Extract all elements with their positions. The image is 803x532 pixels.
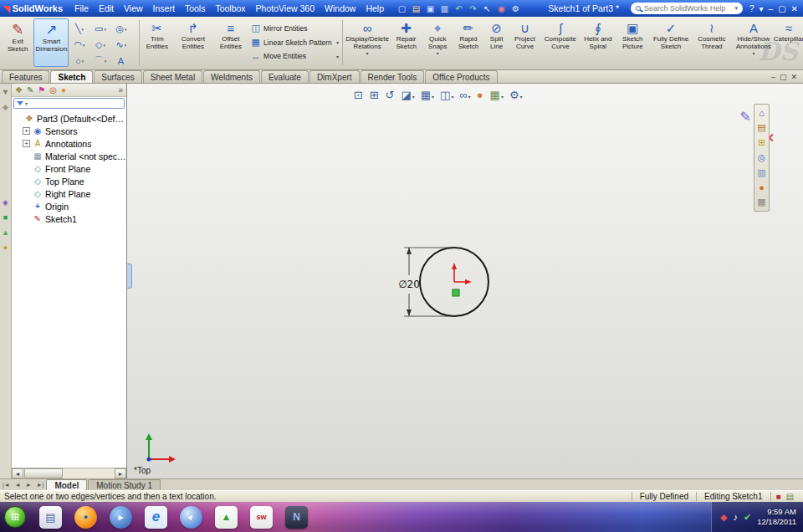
doc-restore-button[interactable]: ▢ [780, 73, 787, 81]
propertymanager-tab-icon[interactable]: ✎ [27, 85, 33, 95]
commandmanager-tab[interactable]: Evaluate [261, 70, 309, 83]
zoom-area-icon[interactable]: ⊞ [368, 88, 381, 102]
ribbon-button[interactable]: ⊘ Split Line [484, 18, 509, 67]
hide-show-items-icon[interactable]: ∞ ▾ [458, 88, 472, 102]
scroll-right-icon[interactable]: ► [115, 468, 126, 478]
commandmanager-tab[interactable]: Render Tools [361, 70, 425, 83]
dropdown-arrow-icon[interactable]: ▾ [366, 51, 369, 57]
dropdown-arrow-icon[interactable]: ▾ [125, 43, 127, 48]
sketch-entity-button[interactable]: A [110, 53, 131, 69]
feature-tree-item[interactable]: + ◉ Sensors [12, 125, 126, 137]
custom-properties-icon[interactable]: ▦ [757, 197, 765, 207]
expand-toggle[interactable]: + [23, 127, 30, 135]
volume-icon[interactable]: ♪ [733, 512, 738, 523]
menu-item[interactable]: Edit [94, 3, 119, 14]
media-player-icon[interactable]: ▸ [110, 506, 132, 529]
docked-toolbar-icon[interactable]: ◆ [3, 103, 8, 111]
open-document-icon[interactable]: ▤ [410, 4, 422, 13]
select-icon[interactable]: ↖ [481, 4, 494, 13]
sketch-entity-button[interactable]: ◇ ▾ [90, 37, 110, 53]
menu-item[interactable]: Window [320, 3, 361, 14]
dropdown-arrow-icon[interactable]: ▾ [82, 27, 84, 32]
docked-toolbar-icon[interactable]: ▲ [2, 228, 9, 237]
feature-tree-item[interactable]: ◇ Right Plane [12, 187, 126, 200]
feature-tree-item[interactable]: + A Annotations [12, 137, 126, 150]
ribbon-button[interactable]: ∞ Display/Delete Relations ▾ [345, 18, 390, 67]
start-button[interactable]: ⊞ [4, 506, 26, 528]
image-viewer-icon[interactable]: ▲ [215, 506, 238, 529]
doc-close-button[interactable]: ✕ [790, 73, 797, 81]
expand-toggle[interactable] [14, 115, 22, 122]
tree-filter-box[interactable]: ▾ [13, 98, 125, 109]
commandmanager-tab[interactable]: Weldments [203, 70, 260, 83]
save-icon[interactable]: ▣ [424, 4, 437, 13]
close-button[interactable]: ✕ [791, 4, 798, 13]
feature-tree-item[interactable]: ❖ Part3 (Default<<Default>_Disp... [12, 112, 126, 125]
commandmanager-tab[interactable]: DimXpert [309, 70, 360, 83]
search-input[interactable] [644, 4, 731, 13]
filter-dropdown-arrow-icon[interactable]: ▾ [25, 100, 28, 106]
dropdown-arrow-icon[interactable]: ▾ [336, 39, 340, 45]
rebuild-icon[interactable]: ◉ [495, 4, 508, 13]
expand-toggle[interactable] [23, 152, 30, 160]
ribbon-button[interactable]: ∮ Helix and Spiral [580, 18, 616, 67]
sketch-entity-button[interactable]: ▭ ▾ [90, 21, 110, 37]
docked-toolbar-icon[interactable]: ■ [3, 213, 8, 222]
dropdown-arrow-icon[interactable]: ▾ [437, 51, 439, 57]
commandmanager-tab[interactable]: Surfaces [94, 70, 141, 83]
zoom-fit-icon[interactable]: ⊡ [352, 88, 366, 102]
sketch-point[interactable] [453, 289, 459, 296]
graphics-area[interactable]: ⊡ ⊞ ↺ ◪ ▾ [127, 84, 803, 478]
tab-nav-arrow-icon[interactable]: ►| [34, 482, 47, 488]
feature-tree-item[interactable]: ▦ Material <not specified> [12, 150, 126, 162]
ribbon-button[interactable]: ✏ Rapid Sketch [453, 18, 483, 67]
tab-nav-arrow-icon[interactable]: ► [23, 482, 34, 488]
firefox-icon[interactable]: ● [74, 506, 97, 529]
previous-view-icon[interactable]: ↺ [384, 88, 397, 102]
view-orientation-icon[interactable]: ▦ ▾ [419, 88, 436, 102]
window-app-icon[interactable]: ▤ [39, 506, 62, 529]
panel-splitter-handle[interactable] [127, 263, 132, 289]
new-document-icon[interactable]: ▢ [396, 4, 408, 13]
dropdown-arrow-icon[interactable]: ▾ [412, 94, 415, 101]
ribbon-button[interactable]: ⌖ Quick Snaps ▾ [422, 18, 453, 67]
taskbar-clock[interactable]: 9:59 AM 12/18/2011 [757, 507, 796, 527]
dropdown-arrow-icon[interactable]: ▾ [83, 43, 85, 48]
solidworks-icon[interactable]: sw [250, 506, 273, 529]
design-library-icon[interactable]: ▤ [757, 122, 765, 133]
dropdown-arrow-icon[interactable]: ▾ [520, 94, 523, 101]
expand-toggle[interactable]: + [23, 140, 30, 147]
sketch-entity-button[interactable]: ╲ ▾ [69, 21, 90, 37]
sketch-entity-button[interactable]: ○ ▾ [69, 53, 90, 69]
ribbon-button[interactable]: ≈ Caterpillar [776, 18, 801, 67]
solidworks-tray-icon[interactable]: ◆ [720, 512, 727, 523]
feature-tree-item[interactable]: + Origin [12, 200, 126, 212]
display-style-icon[interactable]: ◫ ▾ [438, 88, 455, 102]
menu-item[interactable]: Toolbox [210, 3, 250, 14]
help-button[interactable]: ? [749, 4, 754, 13]
ribbon-button[interactable]: ▣ Sketch Picture [616, 18, 649, 67]
safely-remove-icon[interactable]: ✔ [744, 512, 751, 523]
dropdown-arrow-icon[interactable]: ▾ [432, 94, 434, 101]
dropdown-arrow-icon[interactable]: ▾ [451, 94, 453, 101]
view-settings-icon[interactable]: ⚙ ▾ [508, 88, 524, 102]
dropdown-arrow-icon[interactable]: ▾ [752, 51, 754, 57]
ribbon-button[interactable]: ≀ Cosmetic Thread [693, 18, 731, 67]
commandmanager-tab[interactable]: Office Products [425, 70, 497, 83]
ribbon-button[interactable]: ✓ Fully Define Sketch [649, 18, 692, 67]
doc-minimize-button[interactable]: – [771, 73, 775, 81]
section-view-icon[interactable]: ◪ ▾ [399, 88, 416, 102]
feature-tree-item[interactable]: ✎ Sketch1 [12, 212, 126, 225]
featuremanager-tab-icon[interactable]: ❖ [15, 85, 23, 95]
search-results-icon[interactable]: ◎ [758, 152, 766, 163]
print-icon[interactable]: ▥ [438, 4, 451, 13]
ribbon-button[interactable]: ∪ Project Curve [509, 18, 541, 67]
solidworks-resources-icon[interactable]: ⌂ [759, 108, 765, 118]
file-explorer-icon[interactable]: ⊞ [758, 137, 765, 148]
expand-toggle[interactable] [23, 165, 30, 172]
panel-horizontal-scrollbar[interactable]: ◄ ► [12, 468, 126, 478]
panel-chevron-icon[interactable]: » [118, 85, 123, 95]
apply-scene-icon[interactable]: ▦ ▾ [488, 88, 505, 102]
dropdown-arrow-icon[interactable]: ▾ [468, 94, 471, 101]
dropdown-arrow-icon[interactable]: ▾ [501, 94, 504, 101]
